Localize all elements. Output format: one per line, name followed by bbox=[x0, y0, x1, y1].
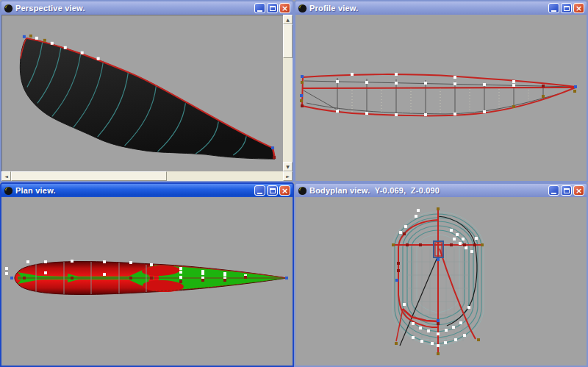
profile-minimize-button[interactable] bbox=[548, 3, 559, 13]
plan-viewport[interactable] bbox=[1, 197, 293, 366]
scroll-up-icon[interactable]: ▲ bbox=[283, 15, 293, 24]
scroll-down-icon[interactable]: ▼ bbox=[283, 162, 293, 171]
perspective-titlebar[interactable]: Perspective view. × bbox=[1, 1, 293, 15]
close-icon: × bbox=[576, 4, 582, 13]
bodyplan-sections bbox=[392, 207, 484, 355]
maximize-icon bbox=[270, 6, 276, 11]
close-icon: × bbox=[282, 187, 288, 195]
minimize-icon bbox=[257, 10, 262, 12]
minimize-icon bbox=[551, 10, 556, 12]
perspective-minimize-button[interactable] bbox=[254, 3, 265, 13]
horizontal-scroll-track[interactable] bbox=[167, 171, 283, 181]
scroll-left-icon[interactable]: ◄ bbox=[1, 171, 11, 181]
perspective-viewport[interactable] bbox=[1, 15, 283, 171]
hull-profile-wireframe bbox=[300, 73, 577, 116]
window-perspective: Perspective view. × bbox=[0, 0, 294, 182]
app-icon bbox=[298, 4, 307, 13]
perspective-title: Perspective view. bbox=[15, 4, 252, 13]
maximize-icon bbox=[564, 6, 570, 11]
perspective-maximize-button[interactable] bbox=[267, 3, 278, 13]
bodyplan-title: Bodyplan view. Y-0.069, Z-0.090 bbox=[309, 186, 546, 195]
plan-maximize-button[interactable] bbox=[267, 185, 278, 196]
profile-titlebar[interactable]: Profile view. × bbox=[295, 1, 587, 15]
close-icon: × bbox=[576, 187, 582, 195]
plan-minimize-button[interactable] bbox=[254, 185, 265, 196]
vertical-scroll-thumb[interactable] bbox=[283, 24, 293, 58]
hull-plan-surfaces bbox=[5, 260, 288, 294]
bodyplan-close-button[interactable]: × bbox=[573, 185, 584, 196]
plan-title: Plan view. bbox=[15, 186, 252, 195]
bodyplan-viewport[interactable] bbox=[295, 197, 587, 366]
app-icon bbox=[4, 4, 13, 13]
half-station-dotted-lines bbox=[352, 88, 528, 115]
window-profile: Profile view. × bbox=[294, 0, 588, 182]
maximize-icon bbox=[564, 188, 570, 193]
bodyplan-minimize-button[interactable] bbox=[548, 185, 559, 196]
vertical-scroll-track[interactable] bbox=[283, 58, 293, 162]
profile-maximize-button[interactable] bbox=[561, 3, 572, 13]
control-points-profile bbox=[300, 73, 577, 116]
window-plan: Plan view. × bbox=[0, 182, 294, 367]
profile-client bbox=[295, 15, 587, 181]
plan-close-button[interactable]: × bbox=[279, 185, 290, 196]
station-lines-profile bbox=[304, 78, 575, 115]
minimize-icon bbox=[551, 193, 556, 194]
close-icon: × bbox=[282, 4, 288, 13]
window-bodyplan: Bodyplan view. Y-0.069, Z-0.090 × bbox=[294, 182, 588, 367]
plan-client bbox=[1, 197, 293, 366]
bodyplan-client bbox=[295, 197, 587, 366]
profile-close-button[interactable]: × bbox=[573, 3, 584, 13]
perspective-horizontal-scrollbar[interactable]: ◄ ► bbox=[1, 171, 293, 181]
maximize-icon bbox=[270, 188, 276, 193]
minimize-icon bbox=[257, 193, 262, 194]
perspective-client: ▲ ▼ ◄ ► bbox=[1, 15, 293, 181]
scroll-right-icon[interactable]: ► bbox=[283, 171, 293, 181]
plan-titlebar[interactable]: Plan view. × bbox=[1, 184, 293, 197]
hull-outline-red bbox=[302, 74, 576, 115]
profile-viewport[interactable] bbox=[295, 15, 587, 181]
bodyplan-maximize-button[interactable] bbox=[561, 185, 572, 196]
app-icon bbox=[298, 186, 307, 196]
perspective-close-button[interactable]: × bbox=[279, 3, 290, 13]
bodyplan-titlebar[interactable]: Bodyplan view. Y-0.069, Z-0.090 × bbox=[295, 184, 587, 197]
hull-3d bbox=[20, 35, 276, 159]
perspective-vertical-scrollbar[interactable]: ▲ ▼ bbox=[283, 15, 293, 171]
horizontal-scroll-thumb[interactable] bbox=[11, 171, 167, 181]
app-icon bbox=[4, 186, 13, 196]
profile-title: Profile view. bbox=[309, 4, 546, 13]
